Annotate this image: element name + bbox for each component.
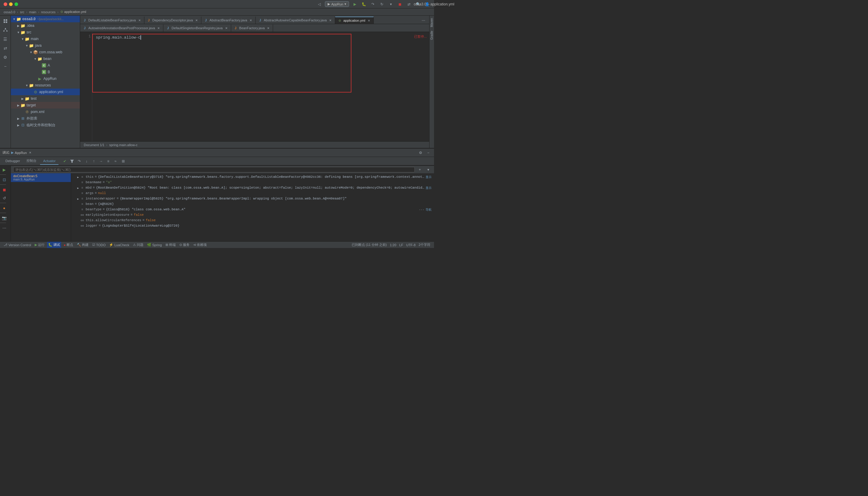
var-row-earlySingletonExposure[interactable]: oo earlySingletonExposure = false (71, 213, 434, 218)
sidebar-item-java[interactable]: ▼ 📁 java (11, 42, 80, 49)
eval-expand-btn[interactable]: ▾ (425, 166, 432, 173)
debug-tab-debugger[interactable]: Debugger (2, 158, 23, 165)
tab-BeanFactory[interactable]: J BeanFactory.java ✕ (231, 25, 273, 32)
var-row-args[interactable]: = args = null (71, 191, 434, 196)
debug-stop-btn-side[interactable]: ◼ (0, 185, 9, 194)
sidebar-item-tmpfiles[interactable]: ▶ ⊡ 临时文件和控制台 (11, 122, 80, 128)
var-expand-mbd[interactable]: ▶ (76, 186, 80, 190)
sidebar-item-B[interactable]: C B (11, 69, 80, 75)
tab-DefaultSingleton[interactable]: J DefaultSingletonBeanRegistry.java ✕ (164, 25, 231, 32)
minimize-button[interactable] (9, 2, 13, 6)
debug-step-over-btn[interactable]: ↷ (76, 158, 82, 165)
dropdown-btn[interactable]: ▾ (388, 1, 394, 7)
apprun-dropdown[interactable]: ▶ AppRun ▾ (325, 1, 349, 7)
status-todo[interactable]: ☑ TODO (91, 242, 107, 248)
run-btn[interactable]: ▶ (352, 1, 358, 7)
tab-close-3[interactable]: ✕ (249, 18, 253, 22)
var-expand-this[interactable]: ▶ (76, 175, 80, 179)
var-row-mbd[interactable]: ▶ = mbd = {RootBeanDefinition@5824} "Roo… (71, 185, 434, 191)
debug-run-to-cursor-btn[interactable]: → (98, 158, 104, 165)
var-expand-instanceWrapper[interactable]: ▶ (76, 197, 80, 201)
reload-btn[interactable]: ↻ (378, 1, 385, 7)
translate-btn[interactable]: ⇄ (406, 1, 412, 7)
breadcrumb-file[interactable]: ⚙ application.yml (60, 10, 86, 14)
status-run[interactable]: ▶ 运行 (33, 242, 46, 248)
close-button[interactable] (4, 2, 7, 6)
debug-collapse-btn[interactable]: − (425, 150, 432, 156)
collapse-btn[interactable]: − (1, 62, 10, 71)
debug-active-btn[interactable]: ⊡ (0, 175, 9, 184)
sidebar-item-com[interactable]: ▼ 📦 com.ossa.web (11, 49, 80, 56)
breadcrumb-src[interactable]: src (20, 10, 25, 14)
status-luacheck[interactable]: ⚡ LuaCheck (108, 242, 130, 248)
debug-more-btn[interactable]: ⋯ (0, 223, 9, 232)
tab-DependencyDescriptor[interactable]: J DependencyDescriptor.java ✕ (144, 17, 202, 24)
status-encoding[interactable]: UTF-8 (405, 243, 417, 247)
var-row-beanType[interactable]: = beanType = {Class@5818} "class com.oss… (71, 207, 434, 213)
tab-close-6[interactable]: ✕ (156, 26, 161, 30)
sidebar-item-A[interactable]: C A (11, 62, 80, 69)
step-over-btn[interactable]: ↷ (370, 1, 376, 7)
tab-application-yml[interactable]: ⚙ application.yml ✕ (335, 17, 374, 24)
stop-btn[interactable]: ◼ (397, 1, 403, 7)
hierarchy-btn[interactable]: ☰ (1, 35, 10, 43)
tab-DefaultListableBeanFactory[interactable]: J DefaultListableBeanFactory.java ✕ (80, 17, 144, 24)
status-spring[interactable]: 🌿 Spring (146, 242, 163, 248)
sidebar-item-target[interactable]: ▶ 📁 target (11, 102, 80, 108)
debug-watch-btn[interactable]: ≈ (112, 158, 119, 165)
debug-frames-btn[interactable]: ≡ (105, 158, 111, 165)
tab-close-5[interactable]: ✕ (367, 18, 371, 22)
debug-run-btn[interactable]: 🐛 (360, 1, 367, 7)
sidebar-item-pom[interactable]: ㊊ pom.xml (11, 108, 80, 115)
expand-btn[interactable]: ⇄ (1, 44, 10, 52)
var-display-mbd[interactable]: 显示 (425, 186, 432, 190)
tab-close-2[interactable]: ✕ (195, 18, 199, 22)
status-problems[interactable]: ⚠ 问题 (132, 242, 145, 248)
var-row-bean[interactable]: = bean = {A@5826} (71, 202, 434, 207)
maximize-button[interactable] (14, 2, 18, 6)
sidebar-item-bean[interactable]: ▼ 📁 bean (11, 56, 80, 62)
sidebar-item-main[interactable]: ▼ 📁 main (11, 35, 80, 42)
var-row-allowCircular[interactable]: oo this.allowCircularReferences = false (71, 218, 434, 223)
breadcrumb-root[interactable]: ossa3.0 (4, 10, 15, 14)
debug-tab-actuator[interactable]: Actuator (40, 158, 59, 165)
debug-rerun-btn[interactable]: ↺ (0, 194, 9, 202)
debug-step-into-btn[interactable]: ↓ (83, 158, 90, 165)
sidebar-item-idea[interactable]: ▶ 📁 .idea (11, 22, 80, 29)
sidebar-item-appyml[interactable]: ⚙ application.yml (11, 89, 80, 95)
status-indent[interactable]: 2个字符 (417, 243, 432, 247)
debug-close-btn[interactable]: ✕ (28, 151, 32, 155)
status-terminal[interactable]: ⊞ 终端 (164, 242, 177, 248)
back-btn[interactable]: ◁ (316, 1, 323, 7)
status-dependencies[interactable]: ⊲ 依赖项 (192, 242, 208, 248)
tab-AbstractAutowire[interactable]: J AbstractAutowireCapableBeanFactory.jav… (255, 17, 335, 24)
tab-AutowiredAnnotation[interactable]: J AutowiredAnnotationBeanPostProcessor.j… (80, 25, 164, 32)
eval-add-btn[interactable]: + (417, 166, 423, 173)
status-vcs[interactable]: ⎇ Version Control (2, 242, 32, 248)
status-line-col[interactable]: 1:20 (388, 243, 397, 247)
debug-layout-btn[interactable]: ⊞ (120, 158, 127, 165)
debug-filter-btn[interactable] (69, 158, 75, 165)
gradle-panel[interactable]: Gradle (430, 30, 434, 41)
debug-step-out-btn[interactable]: ↑ (90, 158, 97, 165)
debug-tab-console[interactable]: 控制台 (24, 158, 40, 165)
tab-AbstractBeanFactory[interactable]: J AbstractBeanFactory.java ✕ (201, 17, 255, 24)
sidebar-item-extlib[interactable]: ▶ ⊞ 外部库 (11, 115, 80, 122)
tab-close-4[interactable]: ✕ (328, 18, 332, 22)
var-row-logger[interactable]: oo logger = {LogAdapter$Slf4jLocationAwa… (71, 223, 434, 229)
structure-btn[interactable] (1, 26, 10, 34)
sidebar-item-test[interactable]: ▶ 📁 test (11, 95, 80, 102)
debug-camera-btn[interactable]: 📷 (0, 214, 9, 222)
var-row-instanceWrapper[interactable]: ▶ = instanceWrapper = {BeanWrapperImpl@5… (71, 196, 434, 202)
var-display-this[interactable]: 显示 (425, 175, 432, 179)
status-services[interactable]: ⊙ 服务 (178, 242, 191, 248)
var-row-beanName[interactable]: = beanName = "a" (71, 180, 434, 185)
sidebar-item-resources[interactable]: ▼ 📁 resources (11, 82, 80, 89)
sidebar-item-root[interactable]: ▼ 📁 ossa3.0 ~/java/java/seckil... (11, 16, 80, 22)
debug-resume-btn[interactable]: ✔ (61, 158, 68, 165)
sidebar-item-src[interactable]: ▼ 📁 src (11, 29, 80, 35)
status-build[interactable]: 🔨 构建 (76, 242, 90, 248)
project-btn[interactable] (1, 17, 10, 25)
var-row-this[interactable]: ▶ = this = {DefaultListableBeanFactory@3… (71, 174, 434, 180)
breadcrumb-main[interactable]: main (29, 10, 36, 14)
